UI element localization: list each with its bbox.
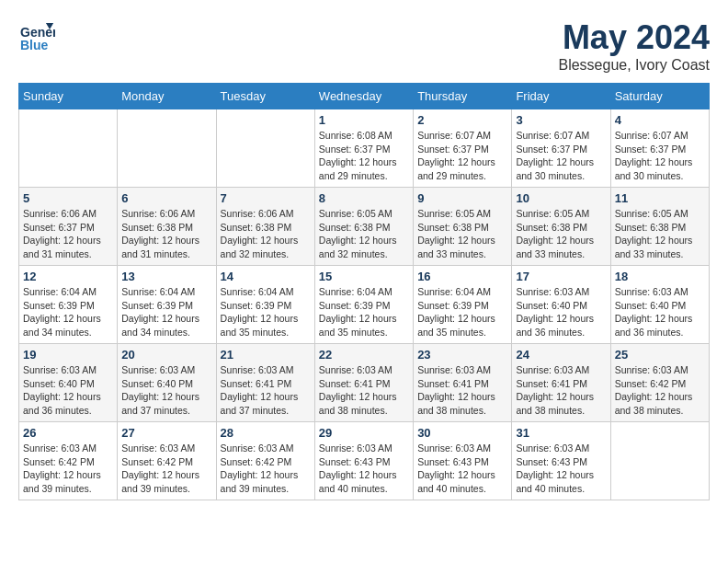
location: Blessegue, Ivory Coast	[558, 57, 710, 74]
day-info: Sunrise: 6:07 AM Sunset: 6:37 PM Dayligh…	[615, 129, 705, 183]
day-info: Sunrise: 6:03 AM Sunset: 6:42 PM Dayligh…	[23, 442, 113, 496]
day-number: 29	[319, 426, 409, 440]
calendar-day-cell: 31Sunrise: 6:03 AM Sunset: 6:43 PM Dayli…	[512, 422, 610, 500]
calendar-day-cell: 25Sunrise: 6:03 AM Sunset: 6:42 PM Dayli…	[610, 344, 709, 422]
day-number: 26	[23, 426, 113, 440]
day-info: Sunrise: 6:07 AM Sunset: 6:37 PM Dayligh…	[417, 129, 507, 183]
day-info: Sunrise: 6:03 AM Sunset: 6:42 PM Dayligh…	[221, 442, 311, 496]
logo: General Blue	[18, 18, 55, 59]
calendar-week-row: 12Sunrise: 6:04 AM Sunset: 6:39 PM Dayli…	[19, 266, 710, 344]
day-info: Sunrise: 6:04 AM Sunset: 6:39 PM Dayligh…	[23, 285, 113, 339]
weekday-header-cell: Wednesday	[314, 84, 413, 109]
calendar-day-cell: 22Sunrise: 6:03 AM Sunset: 6:41 PM Dayli…	[314, 344, 413, 422]
title-block: May 2024 Blessegue, Ivory Coast	[558, 18, 710, 74]
calendar-day-cell	[19, 109, 118, 188]
calendar-day-cell: 6Sunrise: 6:06 AM Sunset: 6:38 PM Daylig…	[118, 188, 216, 266]
day-number: 11	[615, 191, 705, 205]
day-number: 31	[516, 426, 606, 440]
calendar-week-row: 26Sunrise: 6:03 AM Sunset: 6:42 PM Dayli…	[19, 422, 710, 500]
calendar-day-cell: 11Sunrise: 6:05 AM Sunset: 6:38 PM Dayli…	[610, 188, 709, 266]
day-number: 23	[417, 348, 507, 362]
day-number: 10	[516, 191, 606, 205]
calendar-day-cell: 15Sunrise: 6:04 AM Sunset: 6:39 PM Dayli…	[314, 266, 413, 344]
calendar-day-cell: 9Sunrise: 6:05 AM Sunset: 6:38 PM Daylig…	[414, 188, 512, 266]
calendar-week-row: 5Sunrise: 6:06 AM Sunset: 6:37 PM Daylig…	[19, 188, 710, 266]
day-info: Sunrise: 6:05 AM Sunset: 6:38 PM Dayligh…	[516, 207, 606, 261]
calendar-body: 1Sunrise: 6:08 AM Sunset: 6:37 PM Daylig…	[19, 109, 710, 500]
day-info: Sunrise: 6:03 AM Sunset: 6:41 PM Dayligh…	[319, 363, 409, 418]
day-number: 15	[319, 270, 409, 283]
day-number: 24	[516, 348, 606, 362]
day-info: Sunrise: 6:03 AM Sunset: 6:43 PM Dayligh…	[516, 442, 606, 496]
day-number: 6	[121, 191, 211, 205]
calendar-day-cell: 27Sunrise: 6:03 AM Sunset: 6:42 PM Dayli…	[118, 422, 216, 500]
day-info: Sunrise: 6:03 AM Sunset: 6:40 PM Dayligh…	[121, 363, 211, 418]
calendar-day-cell: 4Sunrise: 6:07 AM Sunset: 6:37 PM Daylig…	[610, 109, 709, 188]
calendar-day-cell: 7Sunrise: 6:06 AM Sunset: 6:38 PM Daylig…	[216, 188, 314, 266]
day-info: Sunrise: 6:03 AM Sunset: 6:41 PM Dayligh…	[417, 363, 507, 418]
calendar-table: SundayMondayTuesdayWednesdayThursdayFrid…	[18, 83, 710, 500]
day-info: Sunrise: 6:06 AM Sunset: 6:38 PM Dayligh…	[121, 207, 211, 261]
day-info: Sunrise: 6:03 AM Sunset: 6:41 PM Dayligh…	[516, 363, 606, 418]
weekday-header-cell: Sunday	[19, 84, 118, 109]
calendar-day-cell	[610, 422, 709, 500]
day-number: 4	[615, 113, 705, 127]
calendar-day-cell: 13Sunrise: 6:04 AM Sunset: 6:39 PM Dayli…	[118, 266, 216, 344]
day-number: 3	[516, 113, 606, 127]
day-info: Sunrise: 6:03 AM Sunset: 6:40 PM Dayligh…	[615, 285, 705, 339]
day-info: Sunrise: 6:03 AM Sunset: 6:42 PM Dayligh…	[121, 442, 211, 496]
day-info: Sunrise: 6:03 AM Sunset: 6:40 PM Dayligh…	[23, 363, 113, 418]
day-number: 18	[615, 270, 705, 283]
day-number: 13	[121, 270, 211, 283]
calendar-day-cell: 17Sunrise: 6:03 AM Sunset: 6:40 PM Dayli…	[512, 266, 610, 344]
calendar-day-cell: 19Sunrise: 6:03 AM Sunset: 6:40 PM Dayli…	[19, 344, 118, 422]
day-info: Sunrise: 6:04 AM Sunset: 6:39 PM Dayligh…	[319, 285, 409, 339]
calendar-day-cell: 20Sunrise: 6:03 AM Sunset: 6:40 PM Dayli…	[118, 344, 216, 422]
calendar-day-cell: 21Sunrise: 6:03 AM Sunset: 6:41 PM Dayli…	[216, 344, 314, 422]
day-info: Sunrise: 6:03 AM Sunset: 6:43 PM Dayligh…	[319, 442, 409, 496]
day-number: 12	[23, 270, 113, 283]
calendar-day-cell: 24Sunrise: 6:03 AM Sunset: 6:41 PM Dayli…	[512, 344, 610, 422]
calendar-day-cell: 12Sunrise: 6:04 AM Sunset: 6:39 PM Dayli…	[19, 266, 118, 344]
day-info: Sunrise: 6:05 AM Sunset: 6:38 PM Dayligh…	[319, 207, 409, 261]
calendar-week-row: 19Sunrise: 6:03 AM Sunset: 6:40 PM Dayli…	[19, 344, 710, 422]
weekday-header-cell: Monday	[118, 84, 216, 109]
weekday-header-row: SundayMondayTuesdayWednesdayThursdayFrid…	[19, 84, 710, 109]
day-number: 19	[23, 348, 113, 362]
calendar-day-cell: 28Sunrise: 6:03 AM Sunset: 6:42 PM Dayli…	[216, 422, 314, 500]
day-info: Sunrise: 6:04 AM Sunset: 6:39 PM Dayligh…	[121, 285, 211, 339]
day-info: Sunrise: 6:07 AM Sunset: 6:37 PM Dayligh…	[516, 129, 606, 183]
day-number: 9	[417, 191, 507, 205]
weekday-header-cell: Saturday	[610, 84, 709, 109]
day-info: Sunrise: 6:04 AM Sunset: 6:39 PM Dayligh…	[417, 285, 507, 339]
calendar-week-row: 1Sunrise: 6:08 AM Sunset: 6:37 PM Daylig…	[19, 109, 710, 188]
calendar-day-cell	[216, 109, 314, 188]
day-number: 2	[417, 113, 507, 127]
calendar-day-cell: 30Sunrise: 6:03 AM Sunset: 6:43 PM Dayli…	[414, 422, 512, 500]
day-info: Sunrise: 6:03 AM Sunset: 6:43 PM Dayligh…	[417, 442, 507, 496]
day-info: Sunrise: 6:03 AM Sunset: 6:41 PM Dayligh…	[221, 363, 311, 418]
calendar-day-cell: 10Sunrise: 6:05 AM Sunset: 6:38 PM Dayli…	[512, 188, 610, 266]
month-title: May 2024	[558, 18, 710, 57]
day-number: 28	[221, 426, 311, 440]
page-header: General Blue May 2024 Blessegue, Ivory C…	[18, 18, 710, 74]
calendar-day-cell: 29Sunrise: 6:03 AM Sunset: 6:43 PM Dayli…	[314, 422, 413, 500]
calendar-day-cell: 26Sunrise: 6:03 AM Sunset: 6:42 PM Dayli…	[19, 422, 118, 500]
calendar-day-cell: 5Sunrise: 6:06 AM Sunset: 6:37 PM Daylig…	[19, 188, 118, 266]
day-number: 22	[319, 348, 409, 362]
logo-icon: General Blue	[18, 18, 55, 55]
day-number: 7	[221, 191, 311, 205]
calendar-day-cell: 3Sunrise: 6:07 AM Sunset: 6:37 PM Daylig…	[512, 109, 610, 188]
day-info: Sunrise: 6:03 AM Sunset: 6:40 PM Dayligh…	[516, 285, 606, 339]
day-number: 1	[319, 113, 409, 127]
day-number: 27	[121, 426, 211, 440]
weekday-header-cell: Tuesday	[216, 84, 314, 109]
day-number: 21	[221, 348, 311, 362]
day-info: Sunrise: 6:05 AM Sunset: 6:38 PM Dayligh…	[615, 207, 705, 261]
day-number: 20	[121, 348, 211, 362]
day-number: 8	[319, 191, 409, 205]
calendar-day-cell: 23Sunrise: 6:03 AM Sunset: 6:41 PM Dayli…	[414, 344, 512, 422]
day-number: 17	[516, 270, 606, 283]
calendar-day-cell	[118, 109, 216, 188]
day-number: 14	[221, 270, 311, 283]
